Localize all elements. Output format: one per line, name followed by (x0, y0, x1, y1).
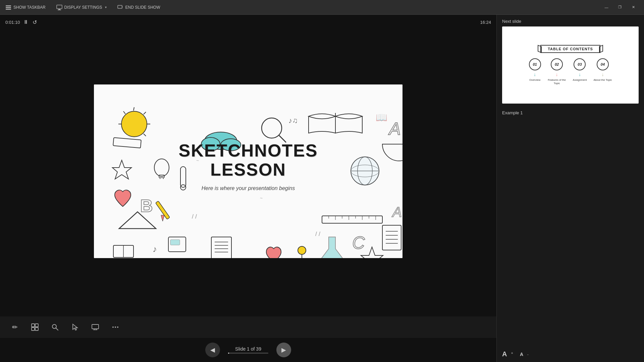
right-panel: Next slide TABLE OF CONTENTS 01 ↓ Overvi… (496, 15, 644, 362)
toc-label-1: Overview (529, 78, 540, 82)
restore-button[interactable]: ❐ (614, 3, 625, 12)
display-settings-button[interactable]: DISPLAY SETTINGS ▾ (56, 4, 107, 10)
svg-rect-3 (57, 5, 62, 9)
show-taskbar-label: SHOW TASKBAR (13, 5, 46, 10)
svg-point-16 (154, 159, 169, 176)
svg-rect-77 (32, 327, 35, 330)
pen-tool-button[interactable]: ✏ (8, 320, 21, 334)
end-slideshow-button[interactable]: END SLIDE SHOW (117, 4, 160, 10)
toc-item-4: 04 ↓ About the Topic (593, 58, 612, 82)
svg-text:~: ~ (260, 195, 263, 201)
svg-rect-2 (6, 9, 11, 10)
svg-rect-42 (211, 237, 231, 258)
svg-line-80 (56, 328, 58, 330)
navigation-bar: ◀ Slide 1 of 39 ▶ (0, 338, 496, 362)
toc-circle-2: 02 (551, 58, 563, 70)
svg-text:♪♫: ♪♫ (288, 116, 298, 125)
bottom-toolbar: ✏ (0, 316, 496, 338)
svg-text:A: A (391, 204, 402, 220)
svg-rect-41 (170, 240, 180, 245)
svg-rect-82 (92, 324, 99, 329)
font-controls: A + A - (497, 346, 644, 362)
toc-circle-3: 03 (574, 58, 586, 70)
close-button[interactable]: ✕ (628, 3, 639, 12)
svg-point-88 (117, 326, 118, 328)
toc-label-4: About the Topic (593, 78, 612, 82)
next-slide-section: Next slide TABLE OF CONTENTS 01 ↓ Overvi… (497, 15, 644, 106)
timer-section: 0:01:10 ⏸ ↺ (5, 18, 38, 26)
svg-rect-76 (35, 324, 38, 327)
main-layout: 0:01:10 ⏸ ↺ 16:24 (0, 15, 644, 362)
svg-rect-1 (6, 7, 11, 8)
pointer-tool-button[interactable] (68, 320, 82, 334)
svg-marker-81 (73, 324, 77, 330)
svg-rect-0 (6, 5, 11, 6)
slide-progress-bar (228, 353, 268, 354)
grid-tool-button[interactable] (28, 320, 42, 334)
next-slide-button[interactable]: ▶ (276, 343, 291, 357)
svg-point-32 (351, 157, 379, 185)
svg-rect-63 (322, 216, 382, 223)
toc-arrow-4: ↓ (601, 72, 604, 77)
slide-content: ♪♫ (94, 84, 402, 258)
next-icon: ▶ (281, 346, 286, 354)
slide-counter-section: Slide 1 of 39 (228, 346, 268, 354)
svg-text:A: A (388, 119, 401, 138)
pause-button[interactable]: ⏸ (22, 18, 29, 26)
svg-text:/ /: / / (315, 231, 320, 237)
toc-circle-4: 04 (597, 58, 609, 70)
svg-rect-4 (58, 9, 60, 10)
svg-text:/ /: / / (192, 213, 197, 220)
slide-title: SKETCHNOTES LESSON (179, 141, 318, 179)
top-bar: SHOW TASKBAR DISPLAY SETTINGS ▾ END SLID… (0, 0, 644, 15)
toc-items: 01 ↓ Overview 02 ↓ Features of the Topic (529, 58, 612, 85)
svg-rect-6 (118, 5, 122, 8)
svg-rect-78 (35, 327, 38, 330)
svg-text:C: C (352, 233, 365, 252)
search-tool-button[interactable] (48, 320, 62, 334)
svg-line-9 (133, 107, 134, 111)
svg-point-47 (298, 246, 306, 254)
window-controls: — ❐ ✕ (601, 3, 639, 12)
toc-arrow-3: ↓ (579, 72, 581, 77)
toc-item-1: 01 ↓ Overview (529, 58, 541, 82)
svg-line-10 (144, 112, 146, 114)
svg-rect-5 (58, 10, 61, 10)
monitor-tool-button[interactable] (89, 320, 102, 334)
dropdown-arrow: ▾ (105, 5, 107, 9)
svg-point-87 (115, 326, 116, 328)
show-taskbar-button[interactable]: SHOW TASKBAR (5, 4, 46, 10)
toc-arrow-2: ↓ (556, 72, 558, 77)
svg-line-13 (123, 111, 125, 114)
toc-banner-text: TABLE OF CONTENTS (548, 47, 593, 51)
slide-center-content: SKETCHNOTES LESSON Here is where your pr… (179, 141, 318, 191)
font-increase-indicator: + (511, 351, 513, 355)
slide-canvas: ♪♫ (0, 29, 496, 316)
svg-marker-36 (161, 215, 164, 221)
toc-label-2: Features of the Topic (548, 78, 566, 85)
slide-frame: ♪♫ (94, 84, 402, 258)
font-decrease-button[interactable]: A (520, 352, 523, 357)
more-options-button[interactable] (109, 320, 122, 334)
svg-rect-75 (32, 324, 35, 327)
restart-button[interactable]: ↺ (32, 18, 38, 26)
toc-circle-1: 01 (529, 58, 541, 70)
prev-slide-button[interactable]: ◀ (205, 343, 220, 357)
toc-arrow-1: ↓ (534, 72, 536, 77)
display-settings-label: DISPLAY SETTINGS (64, 5, 102, 10)
font-decrease-indicator: - (527, 352, 529, 356)
toc-banner: TABLE OF CONTENTS (540, 45, 600, 53)
next-slide-thumbnail[interactable]: TABLE OF CONTENTS 01 ↓ Overview 02 ↓ (502, 26, 639, 104)
end-slideshow-icon (117, 4, 123, 10)
font-increase-button[interactable]: A (502, 350, 507, 358)
svg-marker-15 (112, 160, 131, 179)
prev-icon: ◀ (210, 346, 215, 354)
toc-item-3: 03 ↓ Assignment (573, 58, 587, 82)
clock-display: 16:24 (480, 20, 491, 25)
slide-area: 0:01:10 ⏸ ↺ 16:24 (0, 15, 496, 362)
slide-subtitle: Here is where your presentation begins (179, 185, 318, 191)
next-slide-label: Next slide (502, 19, 639, 24)
minimize-button[interactable]: — (601, 3, 612, 12)
slide-progress-fill (228, 353, 229, 354)
svg-line-12 (144, 134, 146, 136)
